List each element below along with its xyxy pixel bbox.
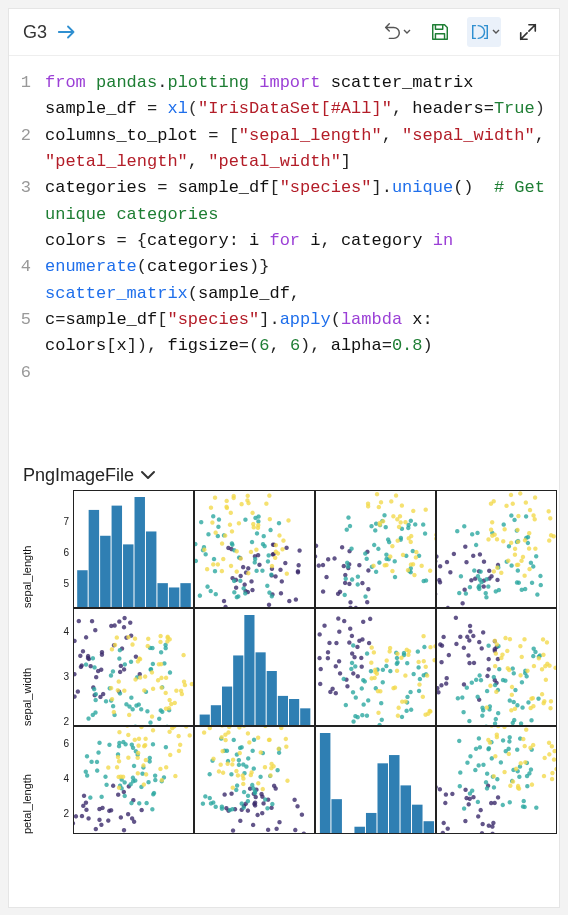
code-line[interactable]: sample_df = xl("IrisDataSet[#All]", head… [45, 96, 551, 122]
save-icon [430, 22, 450, 42]
line-number: 5 [17, 307, 31, 333]
code-line[interactable]: columns_to_plot = ["sepal_length", "sepa… [45, 123, 551, 176]
expand-button[interactable] [511, 17, 545, 47]
code-editor[interactable]: 1 2 3 4 5 6 from pandas.plotting import … [9, 56, 559, 457]
axis-label: sepal_width [21, 616, 33, 726]
axis-tick: 2 [63, 808, 69, 819]
editor-header: G3 [9, 9, 559, 56]
cell-ref-text: G3 [23, 22, 47, 43]
scatter-cell [194, 726, 315, 834]
line-number: 3 [17, 175, 31, 201]
arrow-right-icon [57, 23, 79, 41]
undo-icon [381, 22, 403, 42]
result-type-row[interactable]: PngImageFile [9, 457, 559, 490]
expand-icon [518, 22, 538, 42]
scatter-cell [73, 726, 194, 834]
axis-label: sepal_length [21, 498, 33, 608]
code-line[interactable]: from pandas.plotting import scatter_matr… [45, 70, 551, 96]
code-content[interactable]: from pandas.plotting import scatter_matr… [45, 70, 551, 439]
chevron-down-icon [492, 22, 500, 42]
code-line[interactable]: scatter_matrix(sample_df, c=sample_df["s… [45, 281, 551, 360]
scatter-cell [436, 608, 557, 726]
matrix-row [73, 726, 559, 834]
histogram-cell [315, 726, 436, 834]
axis-tick: 2 [63, 716, 69, 727]
axis-tick: 6 [63, 738, 69, 749]
matrix-row [73, 490, 559, 608]
scatter-cell [315, 608, 436, 726]
brackets-icon [468, 22, 492, 42]
scatter-matrix: sepal_lengthsepal_widthpetal_length 5672… [21, 490, 559, 870]
result-image: sepal_lengthsepal_widthpetal_length 5672… [9, 490, 559, 907]
chevron-down-icon [403, 22, 411, 42]
cell-reference: G3 [23, 17, 79, 47]
matrix-row [73, 608, 559, 726]
code-line[interactable]: categories = sample_df["species"].unique… [45, 175, 551, 228]
axis-tick: 3 [63, 671, 69, 682]
line-gutter: 1 2 3 4 5 6 [17, 70, 45, 439]
python-editor-panel: G3 [8, 8, 560, 908]
scatter-cell [315, 490, 436, 608]
line-number: 1 [17, 70, 31, 96]
axis-tick: 4 [63, 626, 69, 637]
axis-tick: 5 [63, 578, 69, 589]
scatter-cell [436, 490, 557, 608]
code-line[interactable]: colors = {category: i for i, category in… [45, 228, 551, 281]
chevron-down-icon [140, 468, 156, 482]
histogram-cell [73, 490, 194, 608]
axis-tick: 4 [63, 773, 69, 784]
line-number: 2 [17, 123, 31, 149]
output-mode-button[interactable] [467, 17, 501, 47]
line-number: 4 [17, 254, 31, 280]
axis-tick: 6 [63, 547, 69, 558]
scatter-cell [436, 726, 557, 834]
scatter-cell [194, 490, 315, 608]
histogram-cell [194, 608, 315, 726]
axis-tick: 7 [63, 516, 69, 527]
go-to-cell-button[interactable] [57, 17, 79, 47]
scatter-cell [73, 608, 194, 726]
save-button[interactable] [423, 17, 457, 47]
result-type-label: PngImageFile [23, 465, 134, 486]
line-number: 6 [17, 360, 31, 386]
axis-label: petal_length [21, 734, 33, 834]
undo-button[interactable] [379, 17, 413, 47]
